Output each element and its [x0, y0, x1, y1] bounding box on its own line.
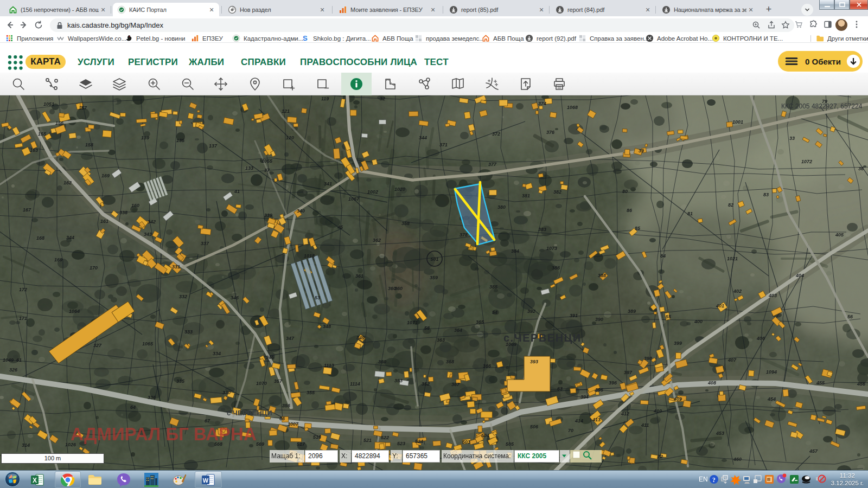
svg-text:1018: 1018 [304, 253, 315, 259]
svg-text:158: 158 [85, 142, 93, 147]
svg-text:352: 352 [422, 381, 430, 387]
svg-text:399: 399 [674, 341, 682, 346]
svg-text:505: 505 [506, 441, 514, 447]
svg-text:454: 454 [767, 396, 776, 402]
svg-text:401: 401 [716, 303, 724, 309]
svg-text:409: 409 [673, 396, 682, 402]
svg-text:37: 37 [264, 168, 270, 173]
svg-text:1070: 1070 [256, 381, 267, 386]
svg-text:349: 349 [356, 335, 365, 341]
svg-text:39: 39 [639, 148, 644, 153]
svg-text:53: 53 [315, 295, 320, 300]
svg-text:396: 396 [609, 380, 617, 386]
svg-text:523: 523 [397, 441, 405, 446]
svg-text:371: 371 [439, 142, 448, 147]
svg-text:66: 66 [279, 416, 285, 421]
svg-text:1064: 1064 [69, 309, 80, 314]
svg-text:1072: 1072 [801, 159, 812, 164]
svg-text:456: 456 [857, 381, 866, 387]
svg-text:384: 384 [511, 248, 519, 254]
svg-text:389: 389 [628, 309, 636, 314]
svg-text:333: 333 [184, 329, 193, 335]
svg-text:517: 517 [297, 441, 305, 447]
svg-text:358: 358 [401, 221, 410, 226]
svg-text:413: 413 [592, 417, 601, 422]
svg-text:408: 408 [707, 380, 716, 386]
svg-text:521: 521 [363, 438, 372, 443]
svg-text:404: 404 [795, 273, 804, 278]
svg-text:347: 347 [286, 336, 295, 341]
svg-text:348: 348 [323, 324, 331, 329]
svg-text:85: 85 [635, 226, 641, 231]
svg-text:161: 161 [100, 219, 108, 224]
svg-text:1071: 1071 [407, 320, 418, 325]
svg-text:32: 32 [380, 96, 385, 101]
svg-text:W: W [203, 477, 209, 484]
svg-text:1094: 1094 [766, 369, 777, 375]
svg-text:377: 377 [488, 162, 497, 167]
svg-text:70: 70 [568, 428, 573, 433]
svg-text:55: 55 [666, 314, 672, 319]
svg-text:67: 67 [205, 418, 210, 423]
svg-text:327: 327 [93, 343, 102, 348]
svg-text:460: 460 [733, 457, 742, 462]
svg-text:457: 457 [809, 448, 818, 454]
svg-text:380: 380 [497, 204, 506, 210]
svg-text:524: 524 [415, 439, 423, 444]
svg-text:61: 61 [16, 357, 22, 363]
svg-text:398: 398 [644, 356, 652, 361]
svg-text:1114: 1114 [350, 381, 360, 387]
svg-text:364: 364 [454, 328, 462, 333]
svg-text:1049: 1049 [3, 357, 14, 363]
svg-text:83: 83 [763, 192, 769, 197]
svg-text:391: 391 [570, 313, 578, 318]
svg-text:1002: 1002 [367, 189, 378, 195]
svg-text:160: 160 [131, 203, 139, 208]
svg-text:169: 169 [54, 257, 62, 262]
svg-text:172: 172 [19, 287, 27, 292]
svg-text:157: 157 [79, 105, 87, 111]
svg-text:340: 340 [297, 208, 305, 214]
svg-text:86: 86 [627, 208, 633, 213]
svg-text:336: 336 [148, 395, 156, 400]
svg-text:359: 359 [430, 275, 438, 280]
svg-text:334: 334 [213, 351, 221, 356]
svg-text:163: 163 [30, 147, 38, 153]
svg-text:353: 353 [394, 378, 403, 383]
svg-text:84: 84 [660, 253, 666, 259]
svg-text:1073: 1073 [546, 246, 557, 251]
svg-text:X: X [33, 477, 37, 484]
svg-text:1001: 1001 [732, 119, 743, 125]
svg-text:72: 72 [658, 454, 663, 459]
svg-text:45: 45 [337, 224, 343, 230]
svg-text:АДМИРАЛ БГ ВАРНА: АДМИРАЛ БГ ВАРНА [71, 424, 257, 444]
svg-text:121: 121 [282, 108, 290, 114]
svg-text:341: 341 [324, 181, 332, 187]
svg-text:120: 120 [286, 135, 294, 140]
svg-text:361: 361 [355, 273, 363, 279]
svg-text:455: 455 [816, 380, 825, 386]
svg-text:41: 41 [234, 189, 240, 194]
svg-text:504: 504 [481, 433, 489, 438]
svg-text:395: 395 [595, 387, 604, 393]
svg-text:383: 383 [538, 227, 546, 232]
svg-text:167: 167 [23, 207, 31, 213]
svg-text:330: 330 [222, 390, 231, 395]
svg-text:402: 402 [733, 288, 742, 294]
svg-text:162: 162 [63, 180, 72, 185]
svg-text:64: 64 [130, 404, 136, 410]
svg-text:385: 385 [489, 284, 498, 290]
svg-text:405: 405 [835, 232, 844, 237]
svg-text:503: 503 [462, 439, 470, 445]
svg-text:345: 345 [231, 295, 239, 300]
svg-text:82: 82 [728, 202, 733, 208]
svg-text:332: 332 [179, 294, 187, 299]
svg-text:339: 339 [264, 213, 272, 218]
svg-text:169: 169 [101, 173, 110, 178]
svg-text:314: 314 [22, 442, 30, 448]
svg-text:63: 63 [557, 386, 563, 391]
svg-text:407: 407 [727, 357, 737, 363]
svg-text:119: 119 [321, 96, 329, 101]
svg-text:381: 381 [522, 193, 530, 198]
svg-text:170: 170 [90, 265, 98, 271]
